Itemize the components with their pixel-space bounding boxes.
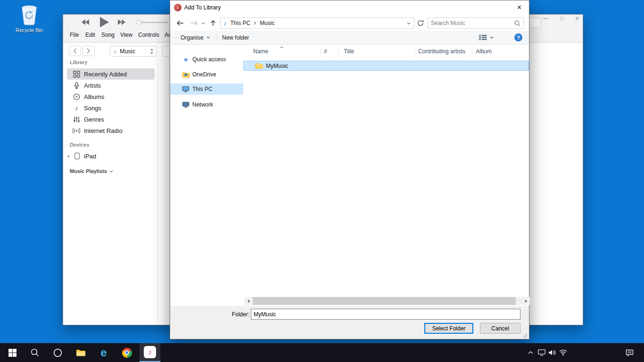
start-button[interactable] <box>2 343 23 362</box>
organise-button[interactable]: Organise <box>181 31 210 44</box>
up-button[interactable] <box>208 17 218 29</box>
chrome-button[interactable] <box>116 343 137 362</box>
breadcrumb-this-pc[interactable]: This PC <box>231 20 251 26</box>
resize-grip[interactable] <box>523 333 528 338</box>
menu-view[interactable]: View <box>120 32 132 38</box>
sidebar-item-label: Internet Radio <box>84 127 123 134</box>
views-button[interactable] <box>479 31 494 44</box>
library-header: Library <box>70 59 87 65</box>
column-header-title[interactable]: Title <box>344 45 354 58</box>
itunes-back-button[interactable] <box>69 46 81 56</box>
folder-name-input[interactable] <box>251 309 520 320</box>
itunes-icon: ♪ <box>144 346 156 358</box>
volume-tray-icon[interactable] <box>547 343 557 362</box>
help-button[interactable]: ? <box>514 33 522 41</box>
column-header-name[interactable]: Name <box>253 45 268 58</box>
recycle-bin-shortcut[interactable]: Recycle Bin <box>10 4 48 33</box>
breadcrumb-music[interactable]: Music <box>260 20 274 26</box>
sidebar-item-genres[interactable]: Genres <box>67 114 155 125</box>
desktop: Recycle Bin — □ × File Edit <box>0 0 644 362</box>
sidebar-item-recently-added[interactable]: Recently Added <box>67 68 155 80</box>
column-divider <box>472 46 472 57</box>
itunes-forward-button[interactable] <box>83 46 95 56</box>
media-kind-picker[interactable]: ♪ Music <box>110 46 157 57</box>
sidebar-separator <box>157 58 158 325</box>
menu-edit[interactable]: Edit <box>85 32 95 38</box>
nav-item-network[interactable]: Network <box>170 99 243 110</box>
forward-button[interactable] <box>189 17 199 29</box>
address-dropdown-icon[interactable] <box>407 22 411 25</box>
music-note-icon: ♪ <box>72 104 81 112</box>
new-folder-button[interactable]: New folder <box>222 31 249 44</box>
scroll-right-button[interactable] <box>522 297 530 305</box>
action-center-button[interactable] <box>620 343 638 362</box>
recent-locations-button[interactable] <box>199 17 207 29</box>
itunes-minimize-button[interactable]: — <box>541 15 551 22</box>
chevron-down-icon <box>109 170 113 173</box>
display-tray-icon[interactable] <box>537 343 547 362</box>
stepper-icon <box>150 48 154 55</box>
network-icon <box>182 101 190 108</box>
dialog-toolbar: Organise New folder ? <box>170 31 529 45</box>
dialog-close-button[interactable]: × <box>509 0 530 15</box>
itunes-taskbar-button[interactable]: ♪ <box>140 343 160 362</box>
search-icon[interactable] <box>514 20 520 26</box>
taskbar-search-button[interactable] <box>25 343 45 362</box>
menu-song[interactable]: Song <box>101 32 115 38</box>
itunes-maximize-button[interactable]: □ <box>557 15 567 22</box>
action-center-icon <box>626 349 634 356</box>
volume-slider-knob[interactable] <box>136 20 141 25</box>
music-note-icon: ♪ <box>223 20 227 27</box>
select-folder-button[interactable]: Select Folder <box>424 323 473 334</box>
sidebar-item-songs[interactable]: ♪ Songs <box>67 102 155 114</box>
scrollbar-thumb[interactable] <box>253 297 516 305</box>
toolbar-divider <box>216 33 217 41</box>
chevron-left-icon <box>73 48 77 54</box>
network-tray-icon[interactable] <box>558 343 568 362</box>
hidden-icons-button[interactable] <box>524 343 537 362</box>
column-header-artists[interactable]: Contributing artists <box>418 45 465 58</box>
microphone-icon <box>72 82 81 89</box>
device-label: iPad <box>84 153 96 160</box>
column-header-number[interactable]: # <box>324 45 327 58</box>
sidebar-item-artists[interactable]: Artists <box>67 80 155 91</box>
back-button[interactable] <box>175 17 185 29</box>
fast-forward-button[interactable] <box>117 19 126 27</box>
search-input[interactable] <box>428 19 514 27</box>
itunes-close-button[interactable]: × <box>572 15 582 22</box>
column-divider <box>320 46 321 57</box>
rewind-button[interactable] <box>81 19 90 27</box>
sidebar-item-label: Genres <box>84 116 104 123</box>
column-header-album[interactable]: Album <box>476 45 492 58</box>
column-divider <box>338 46 339 57</box>
disclosure-triangle-icon[interactable]: ▸ <box>68 154 73 158</box>
scroll-right-icon <box>525 299 528 303</box>
file-explorer-button[interactable] <box>70 343 91 362</box>
nav-item-this-pc[interactable]: This PC <box>170 83 243 95</box>
file-row-mymusic[interactable]: MyMusic <box>243 61 529 71</box>
scroll-left-button[interactable] <box>244 297 252 305</box>
music-playlists-header[interactable]: Music Playlists <box>70 168 113 174</box>
sidebar-item-internet-radio[interactable]: Internet Radio <box>67 125 155 136</box>
organise-label: Organise <box>181 34 204 41</box>
internet-explorer-button[interactable]: e <box>93 343 114 362</box>
volume-slider[interactable] <box>137 22 168 23</box>
nav-item-quick-access[interactable]: ★ Quick access <box>170 54 243 65</box>
nav-item-onedrive[interactable]: OneDrive <box>170 69 243 80</box>
horizontal-scrollbar[interactable] <box>244 297 530 305</box>
scroll-left-icon <box>247 299 250 303</box>
cortana-circle-icon <box>53 348 62 357</box>
sidebar-item-ipad[interactable]: ▸ iPad <box>67 150 155 162</box>
play-button[interactable] <box>99 16 109 30</box>
menu-file[interactable]: File <box>70 32 79 38</box>
search-box <box>428 17 524 29</box>
cancel-button[interactable]: Cancel <box>480 323 520 334</box>
menu-controls[interactable]: Controls <box>138 32 159 38</box>
cortana-button[interactable] <box>47 343 68 362</box>
address-bar[interactable]: ♪ This PC Music <box>220 17 414 29</box>
sidebar-item-albums[interactable]: Albums <box>67 91 155 102</box>
ie-e-icon: e <box>100 347 107 358</box>
rewind-icon <box>81 19 90 25</box>
refresh-button[interactable] <box>415 17 426 29</box>
nav-item-label: OneDrive <box>192 71 216 78</box>
